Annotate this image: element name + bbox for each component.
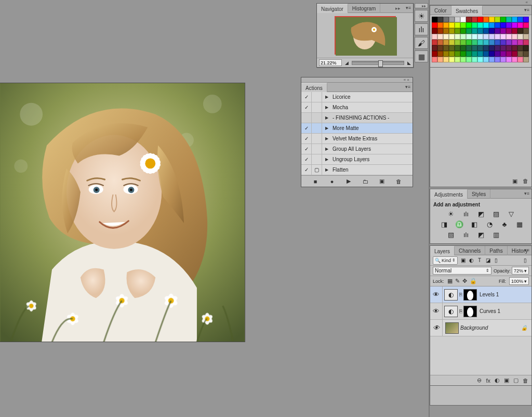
- layer-filter-icon[interactable]: ▯: [493, 257, 500, 264]
- swatch[interactable]: [512, 40, 517, 45]
- swatch[interactable]: [455, 45, 460, 51]
- action-toggle-checkbox[interactable]: ✓: [301, 144, 312, 154]
- swatch[interactable]: [506, 40, 512, 45]
- swatch[interactable]: [506, 34, 512, 40]
- disclosure-icon[interactable]: ▶: [322, 134, 331, 144]
- swatch[interactable]: [449, 51, 455, 57]
- swatch[interactable]: [483, 17, 489, 22]
- link-icon[interactable]: ⎘: [459, 308, 462, 314]
- swatch[interactable]: [500, 57, 506, 62]
- swatch[interactable]: [472, 28, 477, 34]
- swatch[interactable]: [489, 51, 495, 57]
- swatch[interactable]: [500, 22, 506, 28]
- swatch[interactable]: [455, 17, 460, 22]
- action-dialog-checkbox[interactable]: ▢: [312, 165, 322, 175]
- action-toggle-checkbox[interactable]: ✓: [301, 102, 312, 113]
- swatch[interactable]: [455, 40, 460, 45]
- swatch[interactable]: [489, 34, 495, 40]
- swatch[interactable]: [466, 34, 472, 40]
- adjustment-icon[interactable]: ▥: [492, 230, 500, 239]
- action-dialog-checkbox[interactable]: [312, 123, 322, 134]
- swatch[interactable]: [432, 28, 437, 34]
- swatch[interactable]: [466, 45, 472, 51]
- disclosure-icon[interactable]: ▶: [322, 102, 331, 113]
- swatch[interactable]: [455, 34, 460, 40]
- layer-row[interactable]: 👁◐⎘Curves 1: [430, 303, 531, 320]
- layer-mask-thumbnail[interactable]: [463, 289, 477, 301]
- adjustment-icon[interactable]: ılı: [462, 230, 470, 239]
- layer-row[interactable]: 👁Background🔒: [430, 320, 531, 336]
- disclosure-icon[interactable]: ▶: [322, 113, 331, 123]
- link-icon[interactable]: ⎘: [459, 292, 462, 297]
- swatch[interactable]: [477, 51, 483, 57]
- swatch[interactable]: [449, 40, 455, 45]
- swatch[interactable]: [449, 34, 455, 40]
- swatch[interactable]: [517, 51, 523, 57]
- delete-swatch-icon[interactable]: 🗑: [523, 178, 528, 185]
- swatch[interactable]: [460, 57, 466, 62]
- action-toggle-checkbox[interactable]: ✓: [301, 123, 312, 134]
- action-row[interactable]: ✓▶Group All Layers: [301, 144, 413, 154]
- adjustment-layer-icon[interactable]: ▣: [504, 377, 509, 384]
- tab-navigator[interactable]: Navigator: [317, 4, 348, 13]
- swatch[interactable]: [500, 51, 506, 57]
- delete-layer-icon[interactable]: 🗑: [523, 377, 528, 384]
- swatch[interactable]: [500, 45, 506, 51]
- swatch[interactable]: [506, 45, 512, 51]
- swatch[interactable]: [472, 57, 477, 62]
- layer-filter-icon[interactable]: T: [476, 257, 483, 264]
- swatch[interactable]: [517, 57, 523, 62]
- swatch[interactable]: [500, 28, 506, 34]
- filter-toggle-icon[interactable]: ▯: [522, 257, 529, 264]
- swatch[interactable]: [460, 40, 466, 45]
- swatch[interactable]: [477, 57, 483, 62]
- adjustment-icon[interactable]: ▧: [447, 230, 455, 239]
- new-swatch-icon[interactable]: ▣: [512, 178, 517, 185]
- adjustment-icon[interactable]: ♎: [455, 220, 463, 228]
- swatch[interactable]: [506, 28, 512, 34]
- stop-icon[interactable]: ■: [312, 178, 319, 185]
- swatches-menu-icon[interactable]: ▾≡: [524, 7, 529, 12]
- swatch[interactable]: [460, 17, 466, 22]
- swatch[interactable]: [460, 22, 466, 28]
- action-toggle-checkbox[interactable]: ✓: [301, 165, 312, 175]
- action-toggle-checkbox[interactable]: ✓: [301, 92, 312, 102]
- adjustment-icon[interactable]: ▦: [515, 220, 524, 228]
- swatch[interactable]: [477, 28, 483, 34]
- swatch[interactable]: [443, 34, 449, 40]
- swatch[interactable]: [460, 51, 466, 57]
- swatch[interactable]: [449, 57, 455, 62]
- disclosure-icon[interactable]: ▶: [322, 154, 331, 165]
- tab-swatches[interactable]: Swatches: [451, 6, 483, 15]
- zoom-slider[interactable]: [352, 61, 404, 65]
- visibility-icon[interactable]: 👁: [430, 303, 443, 319]
- swatch[interactable]: [517, 17, 523, 22]
- adjustment-icon[interactable]: ▽: [507, 210, 515, 218]
- swatch[interactable]: [489, 45, 495, 51]
- swatch[interactable]: [477, 17, 483, 22]
- swatch[interactable]: [506, 17, 512, 22]
- swatch[interactable]: [477, 34, 483, 40]
- swatch[interactable]: [460, 28, 466, 34]
- swatch[interactable]: [432, 45, 437, 51]
- action-toggle-checkbox[interactable]: ✓: [301, 154, 312, 165]
- disclosure-icon[interactable]: ▶: [322, 92, 331, 102]
- play-icon[interactable]: ▶: [345, 178, 352, 185]
- actions-collapse-icon[interactable]: « ×: [404, 77, 409, 82]
- swatch[interactable]: [506, 57, 512, 62]
- swatch[interactable]: [512, 51, 517, 57]
- swatch[interactable]: [437, 45, 443, 51]
- disclosure-icon[interactable]: ▶: [322, 123, 331, 134]
- trash-icon[interactable]: 🗑: [395, 178, 402, 185]
- swatch[interactable]: [432, 34, 437, 40]
- swatch[interactable]: [523, 45, 529, 51]
- layer-thumbnail[interactable]: ◐: [444, 289, 458, 301]
- tab-adjustments[interactable]: Adjustments: [430, 189, 468, 199]
- swatch[interactable]: [483, 34, 489, 40]
- swatch-icon[interactable]: ▦: [415, 50, 428, 62]
- tab-styles[interactable]: Styles: [468, 189, 490, 199]
- adjustment-icon[interactable]: ♣: [500, 220, 509, 228]
- disclosure-icon[interactable]: ▶: [322, 144, 331, 154]
- swatch[interactable]: [472, 34, 477, 40]
- swatch[interactable]: [466, 57, 472, 62]
